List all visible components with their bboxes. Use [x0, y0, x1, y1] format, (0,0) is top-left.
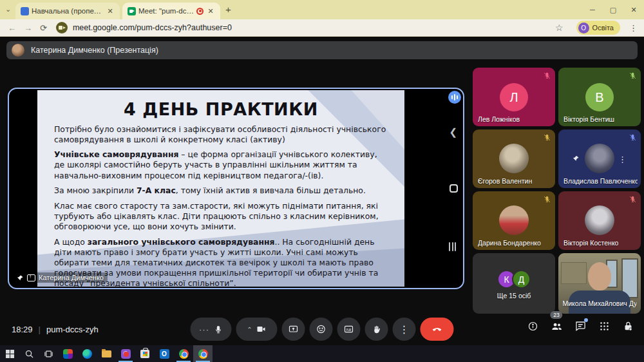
kebab-icon: ⋮: [399, 323, 410, 336]
resize-grip-icon[interactable]: [449, 242, 458, 251]
tab-title: Meet: "pum-dccs-zyh": [138, 7, 194, 15]
participant-tile[interactable]: В Вікторія Бентиш: [558, 68, 641, 126]
meeting-code-label: pum-dccs-zyh: [46, 325, 99, 334]
divider: |: [39, 325, 41, 334]
taskbar-app-office[interactable]: [58, 345, 77, 362]
meet-main: Катерина Димченко (Презентація) 4 ДЕНЬ П…: [0, 37, 644, 345]
browser-menu-icon[interactable]: ⋮: [629, 23, 638, 33]
participant-figure: [588, 262, 611, 291]
tab-close-icon[interactable]: ✕: [106, 6, 115, 15]
tab-classroom[interactable]: Навчальна (пропедевтична) : ✕: [15, 3, 120, 19]
site-favicon-icon[interactable]: [56, 22, 68, 33]
bookmark-star-icon[interactable]: ☆: [555, 23, 564, 33]
taskbar-app-outlook[interactable]: O: [155, 345, 174, 362]
taskbar-search-button[interactable]: [19, 345, 39, 362]
office-icon: [63, 349, 73, 359]
tab-recording-indicator-icon: [196, 8, 204, 15]
taskbar-app-file-explorer[interactable]: [97, 345, 116, 362]
chat-icon: [574, 320, 586, 332]
activities-button[interactable]: [597, 319, 611, 333]
participant-name: Дарина Бондаренко: [478, 239, 541, 247]
chat-panel-button[interactable]: [573, 319, 587, 333]
participant-initial-avatar: Д: [512, 270, 531, 289]
participant-name: Микола Михайлович Ду...: [563, 300, 637, 307]
taskbar-app-viber[interactable]: ✆: [116, 345, 135, 362]
browser-profile-chip[interactable]: О Освіта: [576, 21, 620, 35]
taskbar-app-edge[interactable]: [77, 345, 97, 362]
participant-tile[interactable]: Вікторія Костенко: [558, 191, 641, 250]
layout-square-icon[interactable]: [450, 184, 458, 193]
taskbar-app-store[interactable]: [135, 345, 155, 362]
overflow-avatars: КД: [497, 270, 531, 289]
video-options-icon[interactable]: ⌃: [247, 326, 252, 333]
participant-tile[interactable]: Л Лев Ложніков: [473, 68, 555, 126]
overflow-label: Ще 15 осіб: [497, 292, 531, 300]
present-screen-icon: [289, 324, 299, 334]
tab-meet[interactable]: Meet: "pum-dccs-zyh" ✕: [122, 3, 220, 19]
screen: ⌄ Навчальна (пропедевтична) : ✕ Meet: "p…: [0, 0, 644, 362]
classroom-favicon-icon: [21, 7, 29, 15]
participant-video-tile[interactable]: Микола Михайлович Ду...: [558, 253, 641, 314]
forward-icon[interactable]: →: [24, 23, 32, 33]
windows-taskbar: ✆ O ☂ Rain tonight ︿ УКР 18:29: [0, 345, 644, 362]
people-panel-button[interactable]: 23: [549, 319, 564, 333]
pinned-presentation-tile[interactable]: 4 ДЕНЬ ПРАКТИКИ Потрібно було ознайомити…: [8, 88, 464, 289]
back-icon[interactable]: ←: [8, 23, 16, 33]
participant-name: Владислав Павлюченко: [564, 177, 638, 185]
more-options-button[interactable]: ⋮: [393, 318, 416, 341]
audio-options-icon[interactable]: ···: [199, 325, 209, 334]
end-call-icon: [431, 323, 443, 335]
collapse-panel-chevron-icon[interactable]: ❮: [449, 126, 457, 138]
participant-name: Вікторія Бентиш: [564, 115, 614, 123]
mic-button[interactable]: ···: [191, 318, 232, 341]
window-minimize-button[interactable]: ─: [582, 0, 603, 19]
task-view-button[interactable]: [39, 345, 58, 362]
taskbar-app-chrome-1[interactable]: [174, 345, 193, 362]
raise-hand-button[interactable]: [365, 318, 388, 341]
participant-photo-avatar: [585, 144, 614, 173]
participant-initial-avatar: Л: [500, 83, 528, 111]
url-field[interactable]: meet.google.com/pum-dccs-zyh?authuser=0: [73, 23, 232, 32]
file-explorer-icon: [102, 350, 111, 357]
viber-icon: ✆: [121, 349, 131, 359]
slide-paragraph: Учнівське самоврядування – це форма орга…: [54, 149, 388, 180]
taskbar-app-chrome-2[interactable]: [193, 345, 213, 362]
present-screen-button[interactable]: [282, 318, 305, 341]
meet-favicon-icon: [128, 7, 136, 15]
windows-logo-icon: [6, 350, 14, 358]
participant-tile[interactable]: ⋮ Владислав Павлюченко: [558, 129, 641, 188]
tab-search-chevron-icon[interactable]: ⌄: [5, 5, 11, 14]
chrome-icon: [198, 349, 208, 359]
captions-icon: [344, 324, 354, 334]
meeting-details-button[interactable]: [526, 319, 540, 333]
tab-close-icon[interactable]: ✕: [206, 6, 215, 15]
reactions-button[interactable]: [310, 318, 333, 341]
participant-tile[interactable]: Єгоров Валентин: [473, 129, 555, 188]
browser-tab-strip: ⌄ Навчальна (пропедевтична) : ✕ Meet: "p…: [0, 0, 644, 19]
overflow-participants-tile[interactable]: КД Ще 15 осіб: [473, 253, 555, 314]
presentation-name-chip: Катерина Димченко: [14, 272, 108, 283]
window-close-button[interactable]: ✕: [623, 0, 644, 19]
slide-title: 4 ДЕНЬ ПРАКТИКИ: [37, 99, 404, 119]
pin-participant-icon[interactable]: [573, 154, 580, 164]
start-button[interactable]: [0, 345, 19, 362]
smiley-icon: [316, 324, 327, 334]
slide-paragraph: Клас має свого старосту та зам.старости,…: [54, 201, 388, 232]
participant-name: Єгоров Валентин: [478, 177, 532, 185]
mic-muted-icon: [629, 133, 637, 144]
store-icon: [140, 350, 149, 358]
mic-muted-icon: [629, 195, 637, 206]
camera-button[interactable]: ⌃: [236, 318, 278, 341]
participant-options-icon[interactable]: ⋮: [618, 154, 627, 164]
reload-icon[interactable]: ⟳: [40, 23, 47, 33]
presenter-notification-bar: Катерина Димченко (Презентація): [6, 41, 638, 59]
browser-toolbar: ← → ⟳ meet.google.com/pum-dccs-zyh?authu…: [0, 19, 644, 37]
host-controls-button[interactable]: [621, 319, 635, 333]
new-tab-button[interactable]: +: [225, 5, 231, 15]
end-call-button[interactable]: [421, 318, 454, 341]
participant-tile[interactable]: Дарина Бондаренко: [473, 191, 555, 250]
participant-name: Вікторія Костенко: [564, 239, 618, 247]
captions-button[interactable]: [337, 318, 361, 341]
window-maximize-button[interactable]: ▢: [603, 0, 623, 19]
call-controls: ··· ⌃ ⋮: [191, 318, 454, 341]
